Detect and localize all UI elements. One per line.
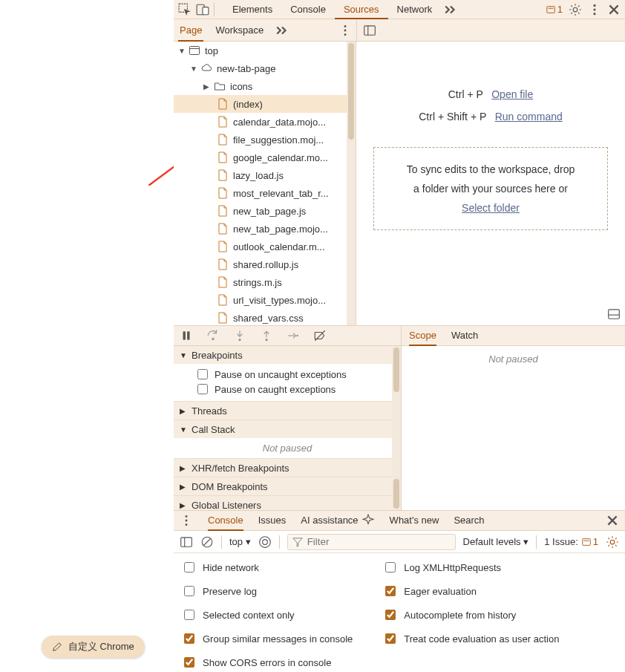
console-setting-checkbox[interactable]: Show CORS errors in console: [181, 654, 353, 671]
console-setting-checkbox[interactable]: Group similar messages in console: [181, 630, 353, 647]
svg-point-28: [186, 523, 188, 526]
console-issues-link[interactable]: 1 Issue: 1: [544, 536, 598, 547]
tab-network[interactable]: Network: [388, 0, 442, 19]
console-setting-checkbox[interactable]: Log XMLHttpRequests: [382, 559, 559, 575]
log-levels-selector[interactable]: Default levels ▾: [463, 536, 529, 547]
file-icon: [217, 187, 229, 199]
run-command-link[interactable]: Run command: [495, 111, 563, 123]
settings-gear-icon[interactable]: [569, 3, 582, 16]
section-breakpoints[interactable]: ▼Breakpoints: [174, 346, 401, 364]
tree-row-domain[interactable]: ▼ new-tab-page: [174, 59, 347, 77]
close-devtools-icon[interactable]: [607, 3, 621, 16]
tree-row-file[interactable]: (index): [174, 95, 347, 113]
tree-label: shared_vars.css: [233, 313, 304, 324]
kebab-menu-icon[interactable]: [180, 514, 193, 527]
filter-icon: [292, 537, 303, 547]
tree-row-file[interactable]: shared_vars.css: [174, 309, 347, 325]
tree-row-file[interactable]: url_visit_types.mojo...: [174, 291, 347, 309]
section-global-listeners[interactable]: ▶Global Listeners: [174, 496, 401, 510]
console-setting-checkbox[interactable]: Eager evaluation: [382, 583, 559, 599]
chevron-down-icon: ▼: [178, 47, 187, 55]
section-threads[interactable]: ▶Threads: [174, 402, 401, 420]
toggle-navigator-icon[interactable]: [363, 24, 376, 37]
step-icon[interactable]: [287, 329, 300, 342]
console-filter-input[interactable]: [287, 534, 456, 550]
tree-label: url_visit_types.mojo...: [233, 295, 326, 306]
tab-watch[interactable]: Watch: [451, 325, 478, 346]
navigator-tab-page[interactable]: Page: [178, 19, 203, 42]
drawer-tabs: Console Issues AI assistance What's new …: [174, 510, 625, 531]
file-icon: [217, 241, 229, 252]
tree-row-file[interactable]: new_tab_page.mojo...: [174, 220, 347, 238]
tree-row-file[interactable]: strings.m.js: [174, 273, 347, 291]
console-settings-gear-icon[interactable]: [606, 535, 619, 549]
scrollbar[interactable]: [347, 42, 356, 325]
console-setting-checkbox[interactable]: Preserve log: [181, 583, 353, 599]
console-setting-checkbox[interactable]: Selected context only: [181, 607, 353, 623]
file-icon: [217, 258, 229, 270]
tree-row-file[interactable]: file_suggestion.moj...: [174, 131, 347, 149]
close-drawer-icon[interactable]: [606, 514, 619, 527]
svg-point-10: [344, 25, 347, 27]
section-dom-breakpoints[interactable]: ▶DOM Breakpoints: [174, 477, 401, 495]
tree-label: shared.rollup.js: [233, 259, 298, 270]
not-paused-label: Not paused: [174, 438, 401, 458]
live-expression-icon[interactable]: [258, 535, 272, 549]
console-setting-checkbox[interactable]: Autocomplete from history: [382, 607, 559, 623]
workspace-dropzone[interactable]: To sync edits to the workspace, drop a f…: [373, 147, 608, 230]
tab-console[interactable]: Console: [281, 0, 335, 19]
console-setting-checkbox[interactable]: Treat code evaluation as user action: [382, 630, 559, 647]
svg-rect-35: [583, 538, 591, 545]
console-setting-checkbox[interactable]: Hide network: [181, 559, 353, 575]
svg-point-8: [593, 8, 595, 10]
customize-chrome-button[interactable]: 自定义 Chrome: [42, 636, 145, 658]
navigator-tab-workspace[interactable]: Workspace: [214, 19, 265, 42]
tree-row-file[interactable]: google_calendar.mo...: [174, 149, 347, 166]
toggle-sidebar-icon[interactable]: [180, 535, 193, 549]
tree-row-file[interactable]: lazy_load.js: [174, 166, 347, 184]
toggle-debugger-icon[interactable]: [607, 307, 621, 321]
context-selector[interactable]: top ▾: [229, 536, 251, 547]
tree-row-file[interactable]: outlook_calendar.m...: [174, 238, 347, 255]
checkbox-caught[interactable]: Pause on caught exceptions: [194, 382, 395, 397]
kebab-menu-icon[interactable]: [588, 3, 601, 16]
checkbox-uncaught[interactable]: Pause on uncaught exceptions: [194, 367, 395, 382]
dropzone-text: a folder with your sources here or: [413, 179, 568, 198]
pause-icon[interactable]: [180, 329, 193, 342]
open-file-link[interactable]: Open file: [491, 88, 533, 100]
drawer-tab-console[interactable]: Console: [208, 510, 243, 531]
section-callstack[interactable]: ▼Call Stack: [174, 420, 401, 438]
deactivate-breakpoints-icon[interactable]: [313, 329, 327, 342]
step-over-icon[interactable]: [206, 329, 220, 342]
scrollbar[interactable]: [392, 346, 401, 510]
tree-row-file[interactable]: new_tab_page.js: [174, 202, 347, 220]
tab-scope[interactable]: Scope: [409, 325, 436, 346]
drawer-tab-issues[interactable]: Issues: [258, 510, 287, 531]
tab-sources[interactable]: Sources: [335, 0, 388, 19]
issues-badge[interactable]: 1: [546, 4, 563, 15]
device-toolbar-icon[interactable]: [196, 3, 209, 16]
file-icon: [217, 223, 229, 235]
svg-rect-4: [547, 6, 555, 13]
file-icon: [217, 276, 229, 288]
section-xhr-breakpoints[interactable]: ▶XHR/fetch Breakpoints: [174, 459, 401, 477]
step-out-icon[interactable]: [260, 329, 273, 342]
drawer-tab-whats-new[interactable]: What's new: [390, 510, 439, 531]
select-folder-link[interactable]: Select folder: [462, 198, 520, 218]
step-into-icon[interactable]: [233, 329, 246, 342]
tree-row-file[interactable]: most_relevant_tab_r...: [174, 184, 347, 202]
svg-point-23: [265, 339, 267, 341]
tree-row-top[interactable]: ▼ top: [174, 42, 347, 59]
inspect-element-icon[interactable]: [178, 3, 192, 16]
svg-point-27: [186, 520, 188, 522]
tree-row-file[interactable]: shared.rollup.js: [174, 255, 347, 273]
tree-row-folder[interactable]: ▶ icons: [174, 77, 347, 95]
tree-row-file[interactable]: calendar_data.mojo...: [174, 113, 347, 131]
kebab-menu-icon[interactable]: [338, 24, 352, 37]
tab-elements[interactable]: Elements: [223, 0, 281, 19]
drawer-tab-ai-assistance[interactable]: AI assistance: [301, 510, 358, 531]
more-tabs-icon[interactable]: [275, 24, 289, 37]
clear-console-icon[interactable]: [200, 535, 214, 549]
more-tabs-icon[interactable]: [444, 3, 457, 16]
drawer-tab-search[interactable]: Search: [454, 510, 484, 531]
